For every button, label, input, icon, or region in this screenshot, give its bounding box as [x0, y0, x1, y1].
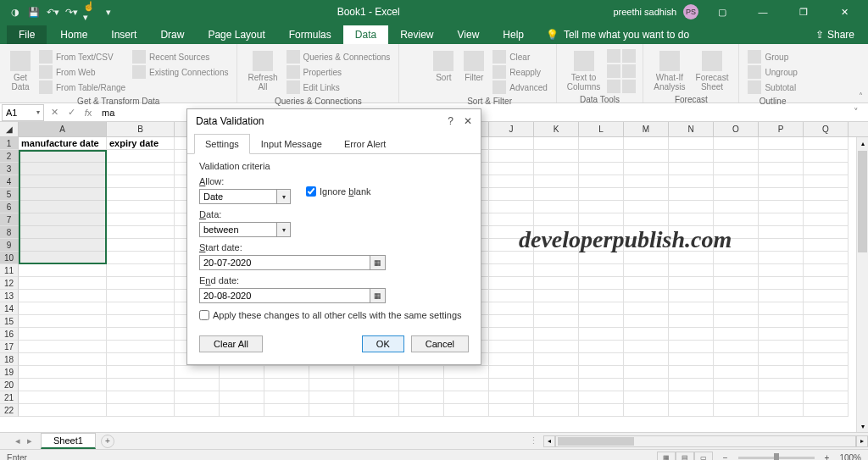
cell-p13[interactable]: [759, 290, 804, 302]
cell-p1[interactable]: [759, 137, 804, 150]
tab-insert[interactable]: Insert: [99, 25, 148, 44]
cell-b7[interactable]: [107, 213, 175, 226]
cell-e20[interactable]: [264, 379, 309, 391]
cell-n16[interactable]: [669, 328, 714, 341]
cell-j18[interactable]: [489, 353, 534, 366]
zoom-level[interactable]: 100%: [839, 453, 861, 460]
cell-m4[interactable]: [624, 175, 669, 188]
row-header-20[interactable]: 20: [0, 379, 19, 391]
page-break-view-icon[interactable]: ▭: [694, 452, 713, 461]
cell-q18[interactable]: [804, 353, 849, 366]
cell-b13[interactable]: [107, 290, 175, 302]
cell-o4[interactable]: [714, 175, 759, 188]
cell-n6[interactable]: [669, 201, 714, 213]
cell-l6[interactable]: [579, 201, 624, 213]
cell-q14[interactable]: [804, 302, 849, 315]
ok-button[interactable]: OK: [362, 335, 404, 352]
cell-h21[interactable]: [399, 391, 444, 404]
data-model-icon[interactable]: [622, 80, 636, 93]
cell-a3[interactable]: [19, 163, 107, 175]
cell-m20[interactable]: [624, 379, 669, 391]
cell-p7[interactable]: [759, 213, 804, 226]
advanced-button[interactable]: Advanced: [491, 80, 548, 95]
cell-q15[interactable]: [804, 315, 849, 328]
end-date-picker-icon[interactable]: ▦: [370, 288, 386, 303]
cell-m16[interactable]: [624, 328, 669, 341]
filter-button[interactable]: Filter: [460, 49, 487, 84]
row-header-18[interactable]: 18: [0, 353, 19, 366]
text-to-columns-button[interactable]: Text to Columns: [564, 49, 604, 93]
cell-q5[interactable]: [804, 188, 849, 201]
cell-a17[interactable]: [19, 341, 107, 353]
existing-connections-button[interactable]: Existing Connections: [131, 64, 230, 80]
cell-k14[interactable]: [534, 302, 579, 315]
cell-m18[interactable]: [624, 353, 669, 366]
cell-q9[interactable]: [804, 239, 849, 252]
cell-g22[interactable]: [354, 404, 399, 417]
cell-l14[interactable]: [579, 302, 624, 315]
cell-a16[interactable]: [19, 328, 107, 341]
cell-o21[interactable]: [714, 391, 759, 404]
col-header-l[interactable]: L: [579, 122, 624, 136]
cell-k1[interactable]: [534, 137, 579, 150]
cell-b9[interactable]: [107, 239, 175, 252]
row-header-12[interactable]: 12: [0, 277, 19, 290]
cell-j15[interactable]: [489, 315, 534, 328]
cell-p5[interactable]: [759, 188, 804, 201]
cell-q16[interactable]: [804, 328, 849, 341]
cell-i20[interactable]: [444, 379, 489, 391]
cell-q17[interactable]: [804, 341, 849, 353]
cell-m3[interactable]: [624, 163, 669, 175]
cell-l22[interactable]: [579, 404, 624, 417]
cell-b18[interactable]: [107, 353, 175, 366]
cell-h19[interactable]: [399, 366, 444, 379]
cell-a8[interactable]: [19, 226, 107, 239]
cell-p8[interactable]: [759, 226, 804, 239]
zoom-out-button[interactable]: −: [720, 453, 732, 460]
sheet-nav-next-icon[interactable]: ▸: [27, 435, 32, 446]
cell-q22[interactable]: [804, 404, 849, 417]
cell-n11[interactable]: [669, 264, 714, 277]
cell-d19[interactable]: [220, 366, 264, 379]
cell-a13[interactable]: [19, 290, 107, 302]
cell-e22[interactable]: [264, 404, 309, 417]
tab-view[interactable]: View: [446, 25, 492, 44]
cell-a19[interactable]: [19, 366, 107, 379]
cell-k3[interactable]: [534, 163, 579, 175]
cell-a12[interactable]: [19, 277, 107, 290]
recent-sources-button[interactable]: Recent Sources: [131, 49, 230, 64]
expand-formula-bar-icon[interactable]: ˅: [848, 107, 865, 118]
cell-p18[interactable]: [759, 353, 804, 366]
cell-o16[interactable]: [714, 328, 759, 341]
row-header-22[interactable]: 22: [0, 404, 19, 417]
cell-k13[interactable]: [534, 290, 579, 302]
page-layout-view-icon[interactable]: ▤: [676, 452, 694, 461]
normal-view-icon[interactable]: ▦: [657, 452, 676, 461]
tell-me-search[interactable]: 💡 Tell me what you want to do: [536, 25, 699, 44]
cell-o13[interactable]: [714, 290, 759, 302]
row-header-21[interactable]: 21: [0, 391, 19, 404]
cell-b11[interactable]: [107, 264, 175, 277]
cell-m17[interactable]: [624, 341, 669, 353]
qa-customize[interactable]: ▾: [102, 5, 115, 19]
cell-k11[interactable]: [534, 264, 579, 277]
cell-l3[interactable]: [579, 163, 624, 175]
cell-b14[interactable]: [107, 302, 175, 315]
row-header-7[interactable]: 7: [0, 213, 19, 226]
cell-q10[interactable]: [804, 252, 849, 264]
cell-j3[interactable]: [489, 163, 534, 175]
cell-p17[interactable]: [759, 341, 804, 353]
row-header-6[interactable]: 6: [0, 201, 19, 213]
cell-k20[interactable]: [534, 379, 579, 391]
scroll-down-icon[interactable]: ▾: [857, 420, 868, 432]
cell-b22[interactable]: [107, 404, 175, 417]
cell-m14[interactable]: [624, 302, 669, 315]
dialog-tab-error-alert[interactable]: Error Alert: [333, 134, 398, 154]
cell-a1[interactable]: manufacture date: [19, 137, 107, 150]
cell-j2[interactable]: [489, 150, 534, 163]
row-header-15[interactable]: 15: [0, 315, 19, 328]
sort-button[interactable]: Sort: [430, 49, 457, 84]
row-header-8[interactable]: 8: [0, 226, 19, 239]
enter-formula-icon[interactable]: ✓: [63, 107, 80, 118]
cell-k15[interactable]: [534, 315, 579, 328]
